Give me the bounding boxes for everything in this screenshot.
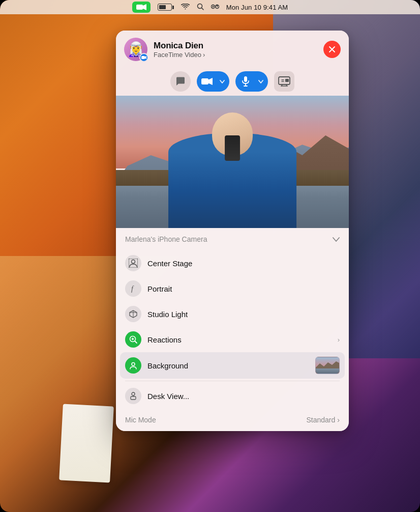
background-thumbnail	[315, 357, 340, 374]
desk-icon	[129, 391, 138, 401]
chevron-down-icon	[220, 80, 225, 83]
cube-icon	[129, 309, 138, 319]
reactions-chevron-icon: ›	[338, 336, 340, 344]
studio-light-label: Studio Light	[147, 310, 340, 319]
video-button-group	[197, 71, 229, 92]
control-center-icon[interactable]	[211, 3, 219, 12]
svg-point-8	[212, 6, 214, 8]
video-chevron-button[interactable]	[216, 72, 228, 91]
mic-mode-value: Standard ›	[307, 416, 340, 424]
svg-line-31	[135, 342, 137, 344]
portrait-label: Portrait	[147, 285, 340, 293]
mic-button[interactable]	[236, 72, 255, 91]
camera-chevron-icon	[333, 235, 340, 243]
spotlight-search-icon[interactable]	[197, 3, 204, 12]
svg-rect-39	[131, 396, 136, 400]
reactions-icon	[125, 331, 141, 348]
svg-rect-10	[141, 56, 145, 59]
notebook-decoration	[59, 404, 114, 482]
svg-marker-11	[145, 56, 146, 59]
svg-rect-16	[244, 76, 247, 82]
camera-selector[interactable]: Marlena's iPhone Camera	[116, 228, 349, 248]
magnify-plus-icon	[129, 335, 138, 344]
svg-point-38	[132, 392, 135, 395]
camera-label: Marlena's iPhone Camera	[125, 235, 207, 243]
microphone-icon	[242, 76, 250, 87]
badge-camera-icon	[141, 55, 146, 60]
chat-button[interactable]	[170, 71, 191, 92]
facetime-menu-bar-icon[interactable]	[132, 2, 151, 13]
battery-body	[158, 4, 172, 11]
chat-icon	[175, 77, 186, 87]
mic-button-group	[235, 71, 268, 92]
screen-share-button[interactable]	[274, 71, 294, 92]
portrait-item[interactable]: f Portrait	[116, 276, 349, 301]
person-scarf	[225, 135, 240, 161]
avatar-wrapper: 🧝‍♀️	[124, 38, 147, 61]
menu-bar: Mon Jun 10 9:41 AM	[0, 0, 420, 14]
f-letter-icon: f	[129, 284, 138, 293]
background-item[interactable]: Background	[120, 352, 345, 379]
svg-rect-23	[285, 79, 289, 82]
svg-text:f: f	[131, 285, 134, 293]
wifi-icon	[181, 3, 190, 12]
desk-view-item[interactable]: Desk View...	[116, 383, 349, 409]
reactions-item[interactable]: Reactions ›	[116, 327, 349, 352]
thumbnail-preview	[316, 357, 340, 374]
facetime-badge	[139, 53, 148, 62]
portrait-icon: f	[125, 280, 141, 297]
person-bg-icon	[129, 361, 138, 370]
divider	[125, 381, 340, 381]
center-stage-item[interactable]: Center Stage	[116, 250, 349, 276]
close-icon	[328, 46, 336, 53]
mic-mode-row[interactable]: Mic Mode Standard ›	[116, 411, 349, 431]
close-button[interactable]	[323, 41, 341, 58]
studio-light-icon	[125, 306, 141, 322]
controls-bar	[116, 66, 349, 96]
effects-panel: Marlena's iPhone Camera Center Stage	[116, 228, 349, 431]
desk-view-label: Desk View...	[147, 392, 340, 401]
mic-mode-value-text: Standard	[307, 416, 336, 424]
svg-line-3	[201, 8, 203, 10]
effects-menu-items: Center Stage f Portrait	[116, 248, 349, 411]
screen-share-icon	[278, 76, 290, 87]
mic-mode-label: Mic Mode	[125, 416, 156, 424]
video-feed	[116, 96, 349, 228]
svg-rect-0	[136, 5, 143, 10]
studio-light-item[interactable]: Studio Light	[116, 301, 349, 327]
video-camera-icon	[201, 77, 213, 86]
background-icon	[125, 357, 141, 374]
camera-icon	[136, 4, 146, 11]
chevron-down-mic-icon	[258, 80, 263, 83]
reactions-label: Reactions	[147, 335, 338, 344]
caller-text: Monica Dien FaceTime Video ›	[154, 41, 205, 59]
call-type-label: FaceTime Video	[154, 51, 201, 59]
center-stage-icon	[125, 255, 141, 271]
menu-bar-center: Mon Jun 10 9:41 AM	[132, 2, 288, 13]
center-stage-label: Center Stage	[147, 259, 340, 268]
svg-point-24	[132, 260, 135, 264]
svg-marker-15	[208, 78, 213, 85]
person-center-icon	[129, 259, 138, 268]
call-header: 🧝‍♀️ Monica Dien FaceTime Video ›	[116, 31, 349, 66]
battery-indicator	[158, 4, 174, 11]
video-button[interactable]	[198, 72, 216, 91]
caller-name: Monica Dien	[154, 41, 205, 51]
background-label: Background	[147, 361, 315, 370]
call-type-chevron: ›	[203, 51, 205, 59]
svg-point-9	[216, 5, 218, 6]
caller-info: 🧝‍♀️ Monica Dien FaceTime Video ›	[124, 38, 205, 61]
svg-rect-37	[316, 368, 340, 374]
svg-point-34	[132, 363, 135, 366]
battery-fill	[159, 5, 166, 9]
person-body	[168, 133, 296, 228]
battery-tip	[172, 6, 174, 9]
call-type: FaceTime Video ›	[154, 51, 205, 59]
desk-view-icon	[125, 388, 141, 404]
facetime-window: 🧝‍♀️ Monica Dien FaceTime Video ›	[116, 31, 349, 431]
person-overlay	[168, 109, 296, 228]
svg-marker-1	[143, 4, 146, 10]
mic-mode-chevron-icon: ›	[337, 416, 340, 424]
mic-chevron-button[interactable]	[255, 72, 267, 91]
menu-datetime: Mon Jun 10 9:41 AM	[226, 4, 288, 11]
